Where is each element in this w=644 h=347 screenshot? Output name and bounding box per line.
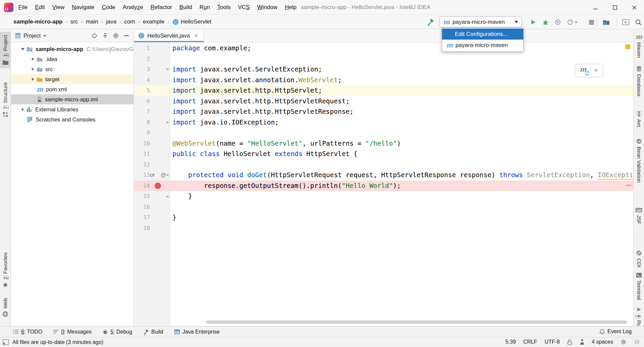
code-line-17[interactable]: } — [134, 212, 633, 223]
menu-view[interactable]: View — [49, 4, 68, 11]
status-widget-5-39[interactable]: 5:39 — [505, 339, 516, 345]
chevron-down-icon[interactable] — [43, 35, 46, 37]
menu-file[interactable]: File — [15, 4, 31, 11]
tree-collapsed-arrow-icon[interactable] — [29, 78, 37, 81]
menu-vcs[interactable]: VCS — [234, 4, 254, 11]
horizontal-scrollbar[interactable] — [206, 320, 627, 324]
close-icon[interactable]: ✕ — [194, 33, 199, 39]
code-line-9[interactable] — [134, 128, 633, 138]
event-log-button[interactable]: Event Log — [599, 326, 632, 337]
chevron-down-icon[interactable] — [575, 21, 578, 23]
tree-collapsed-arrow-icon[interactable] — [29, 57, 37, 61]
menu-edit[interactable]: Edit — [31, 4, 48, 11]
breadcrumb-item-com[interactable]: com — [124, 18, 135, 25]
tool-stripe-maven[interactable]: mMaven — [634, 34, 644, 58]
code-line-3[interactable]: import javax.servlet.ServletException; — [134, 64, 633, 75]
breadcrumb-item-sample-micro-app[interactable]: sample-micro-app — [13, 18, 62, 25]
line-number-11[interactable]: 11 — [134, 149, 150, 159]
statusbar-button-java-enterprise[interactable]: Java Enterprise — [174, 329, 220, 335]
menu-help[interactable]: Help — [281, 4, 300, 11]
project-panel-title[interactable]: Project — [23, 33, 41, 39]
line-number-2[interactable]: 2 — [134, 54, 150, 64]
maven-sync-icon[interactable]: m — [580, 66, 589, 75]
menu-navigate[interactable]: Navigate — [68, 4, 98, 11]
tab-helloservlet-java[interactable]: C HelloServlet.java ✕ — [134, 30, 204, 42]
profiler-icon[interactable] — [566, 18, 575, 27]
statusbar-button-6-todo[interactable]: 6: TODO — [13, 329, 42, 335]
code-line-16[interactable] — [134, 202, 633, 212]
code-line-11[interactable]: public class HelloServlet extends HttpSe… — [134, 149, 633, 159]
tool-stripe-7-structure[interactable]: 7: Structure — [0, 82, 10, 117]
tool-stripe-jsf[interactable]: JSFJSF — [634, 207, 644, 225]
collapse-all-icon[interactable] — [103, 33, 108, 39]
line-number-3[interactable]: 3 — [134, 64, 150, 75]
code-line-13[interactable]: protected void doGet(HttpServletRequest … — [134, 170, 633, 181]
status-widget-4-spaces[interactable]: 4 spaces — [592, 339, 613, 345]
menu-build[interactable]: Build — [176, 4, 196, 11]
line-number-14[interactable]: 14 — [134, 181, 150, 191]
code-line-18[interactable] — [134, 223, 633, 234]
maven-reimport-widget[interactable]: m✕ — [575, 64, 603, 77]
breakpoint-icon[interactable] — [155, 183, 161, 189]
code-line-14[interactable]: response.getOutputStream().println("Hell… — [134, 181, 633, 191]
line-number-17[interactable]: 17 — [134, 212, 150, 223]
code-line-12[interactable] — [134, 159, 633, 170]
fold-marker-icon[interactable] — [166, 64, 169, 75]
background-tasks-icon[interactable] — [634, 339, 640, 345]
tool-stripe-1-project[interactable]: 1: Project — [0, 32, 10, 68]
locate-icon[interactable] — [91, 33, 98, 39]
stop-icon[interactable] — [587, 18, 596, 27]
code-line-4[interactable]: import javax.servlet.annotation.WebServl… — [134, 75, 633, 86]
tree-item-src[interactable]: src — [11, 64, 133, 74]
tool-stripe-cdi[interactable]: CDI — [634, 250, 644, 267]
tree-item-sample-micro-app[interactable]: sample-micro-appC:\Users\jGauravG — [11, 44, 133, 54]
settings-gear-icon[interactable] — [113, 33, 119, 39]
breadcrumb-item-helloservlet[interactable]: CHelloServlet — [172, 18, 212, 25]
fold-marker-icon[interactable] — [166, 117, 169, 128]
line-number-18[interactable]: 18 — [134, 223, 150, 234]
tool-stripe-database[interactable]: Database — [634, 66, 644, 96]
popup-item-edit-configurations[interactable]: Edit Configurations... — [442, 29, 523, 40]
tree-collapsed-arrow-icon[interactable] — [19, 108, 26, 111]
tree-item-external-libraries[interactable]: External Libraries — [11, 104, 133, 114]
screencast-icon[interactable] — [621, 339, 627, 345]
tree-item-scratches-and-consoles[interactable]: Scratches and Consoles — [11, 114, 133, 125]
minimize-button[interactable] — [586, 0, 605, 15]
run-icon[interactable] — [529, 18, 538, 27]
line-number-9[interactable]: 9 — [134, 128, 150, 138]
fold-marker-icon[interactable] — [166, 170, 169, 181]
tool-stripe-terminal[interactable]: Terminal — [634, 272, 644, 300]
tool-stripe-ant[interactable]: Ant — [634, 111, 644, 127]
tree-expanded-arrow-icon[interactable] — [19, 48, 26, 50]
breadcrumb-item-example[interactable]: example — [143, 18, 164, 25]
tool-stripe-2-favorites[interactable]: 2: Favorites — [0, 252, 10, 288]
code-line-2[interactable] — [134, 54, 633, 64]
line-number-13[interactable]: 13 — [134, 170, 150, 181]
code-line-7[interactable]: import javax.servlet.http.HttpServletRes… — [134, 106, 633, 117]
inspection-indicator[interactable] — [625, 44, 630, 49]
breadcrumb-item-src[interactable]: src — [70, 18, 78, 25]
code-line-15[interactable]: } — [134, 191, 633, 202]
lock-icon[interactable] — [567, 339, 573, 345]
maximize-button[interactable] — [605, 0, 625, 15]
toolwindow-toggle-icon[interactable] — [3, 339, 9, 345]
line-number-12[interactable]: 12 — [134, 159, 150, 170]
code-line-1[interactable]: package com.example; — [134, 43, 633, 54]
line-number-16[interactable]: 16 — [134, 202, 150, 212]
close-icon[interactable]: ✕ — [594, 68, 598, 73]
line-number-4[interactable]: 4 — [134, 75, 150, 86]
popup-item-payara-micro-maven[interactable]: mpayara-micro-maven — [442, 40, 523, 51]
tree-item-idea[interactable]: .idea — [11, 54, 133, 64]
search-icon[interactable] — [634, 18, 643, 27]
menu-code[interactable]: Code — [98, 4, 119, 11]
status-widget-crlf[interactable]: CRLF — [523, 339, 537, 345]
menu-analyze[interactable]: Analyze — [119, 4, 147, 11]
statusbar-button-build[interactable]: Build — [143, 329, 163, 335]
statusbar-button-5-debug[interactable]: 5: Debug — [102, 329, 132, 335]
debug-icon[interactable] — [541, 18, 550, 27]
project-structure-icon[interactable] — [602, 18, 610, 27]
tool-stripe-bean-validation[interactable]: Bean Validation — [634, 138, 644, 183]
tree-collapsed-arrow-icon[interactable] — [29, 67, 37, 71]
tree-item-target[interactable]: target — [11, 74, 133, 84]
inspector-icon[interactable] — [580, 339, 584, 345]
